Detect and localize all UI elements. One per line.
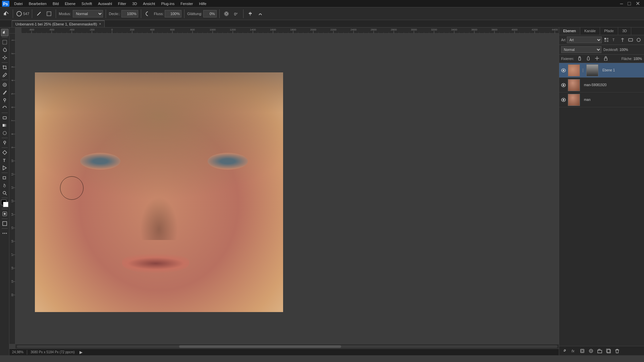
menu-datei[interactable]: Datei: [11, 1, 25, 6]
brush-type-btn[interactable]: [35, 10, 43, 18]
menu-fenster[interactable]: Fenster: [178, 1, 196, 6]
link-layers-btn[interactable]: [561, 347, 569, 355]
status-arrow[interactable]: ▶: [79, 350, 83, 355]
menu-auswahl[interactable]: Auswahl: [95, 1, 115, 6]
history-brush-tool[interactable]: [1, 104, 8, 112]
zoom-tool[interactable]: [1, 189, 8, 197]
brush-tool[interactable]: [1, 89, 8, 96]
eraser-tool[interactable]: [1, 114, 8, 121]
menu-ansicht[interactable]: Ansicht: [140, 1, 158, 6]
add-adjustment-btn[interactable]: [587, 347, 595, 355]
glattung-input[interactable]: [203, 10, 217, 17]
opacity-value: 100%: [620, 48, 628, 52]
eyedropper-tool[interactable]: [1, 71, 8, 79]
rectangular-select-tool[interactable]: [1, 39, 8, 46]
menu-bearbeiten[interactable]: Bearbeiten: [26, 1, 49, 6]
layer-item-man59[interactable]: man-59081920: [559, 78, 644, 93]
pressure-btn[interactable]: [256, 10, 264, 18]
tab-kanale[interactable]: Kanäle: [580, 27, 600, 35]
canvas-container[interactable]: [21, 34, 559, 344]
magic-wand-tool[interactable]: [1, 54, 8, 61]
fluss-input[interactable]: [165, 10, 181, 17]
layer-item-man[interactable]: man: [559, 93, 644, 107]
layer-item-ebene1[interactable]: Ebene 1: [559, 63, 644, 78]
airbrush-btn[interactable]: [144, 10, 152, 18]
filter-dropdown[interactable]: Art: [567, 37, 602, 43]
lock-position-btn[interactable]: [594, 56, 600, 62]
layer-vis-ebene1[interactable]: [560, 67, 567, 73]
layer-vis-man[interactable]: [560, 97, 567, 103]
filter-adjust-btn[interactable]: T: [611, 37, 618, 43]
filter-type-btn[interactable]: [619, 37, 626, 43]
move-tool-btn[interactable]: [2, 10, 10, 18]
layers-panel: Art Art T: [559, 35, 644, 355]
menu-filter[interactable]: Filter: [115, 1, 129, 6]
svg-text:3: 3: [11, 66, 14, 68]
svg-text:3000: 3000: [411, 28, 417, 31]
hscrollbar[interactable]: [15, 344, 559, 349]
svg-text:4200: 4200: [532, 28, 538, 31]
pen-tool[interactable]: [1, 149, 8, 156]
minimize-btn[interactable]: –: [618, 1, 625, 7]
brush-preset-btn[interactable]: [45, 10, 53, 18]
svg-text:1400: 1400: [250, 28, 256, 31]
menu-schrift[interactable]: Schrift: [79, 1, 95, 6]
symmetry-btn[interactable]: [246, 10, 254, 18]
layer-vis-man59[interactable]: [560, 82, 567, 88]
tab-ebenen[interactable]: Ebenen: [559, 27, 580, 35]
dodge-tool[interactable]: [1, 139, 8, 146]
move-tool[interactable]: [1, 29, 8, 36]
tab-title: Unbenannt-1 bei 25% (Ebene 1, Ebenenmask…: [15, 22, 97, 26]
spot-healing-tool[interactable]: [1, 81, 8, 88]
angle-btn[interactable]: 0°: [232, 10, 240, 18]
svg-rect-22: [3, 117, 6, 119]
screen-mode-tool[interactable]: [1, 220, 8, 227]
tab-pfade[interactable]: Pfade: [600, 27, 618, 35]
menu-hilfe[interactable]: Hilfe: [196, 1, 209, 6]
delete-layer-btn[interactable]: [613, 347, 621, 355]
crop-tool[interactable]: [1, 64, 8, 71]
menu-3d[interactable]: 3D: [129, 1, 140, 6]
filter-shape-btn[interactable]: [627, 37, 634, 43]
clone-stamp-tool[interactable]: [1, 97, 8, 104]
menu-plugins[interactable]: Plug-ins: [158, 1, 177, 6]
path-selection-tool[interactable]: [1, 164, 8, 172]
canvas-area: -800-600-400-200020040060080010001200140…: [9, 27, 559, 355]
document-tab[interactable]: Unbenannt-1 bei 25% (Ebene 1, Ebenenmask…: [12, 20, 105, 27]
deckraft-input[interactable]: 100%: [121, 10, 138, 17]
maximize-btn[interactable]: □: [626, 1, 633, 7]
lock-pixels-btn[interactable]: [585, 56, 591, 62]
quick-mask-tool[interactable]: [1, 210, 8, 218]
extra-tools-btn[interactable]: [1, 230, 8, 237]
shape-tool[interactable]: [1, 174, 8, 181]
svg-text:-800: -800: [29, 28, 35, 31]
hand-tool[interactable]: [1, 182, 8, 189]
modus-dropdown[interactable]: Normal: [73, 10, 103, 17]
toolbar-sep-4: [106, 9, 106, 18]
scrollbar-track-h[interactable]: [17, 345, 557, 348]
filter-kind-btn[interactable]: [603, 37, 610, 43]
canvas[interactable]: [35, 72, 283, 312]
tab-3d[interactable]: 3D: [618, 27, 631, 35]
add-mask-btn[interactable]: [579, 347, 586, 355]
tab-close-btn[interactable]: ×: [99, 22, 101, 26]
blur-tool[interactable]: [1, 129, 8, 137]
add-effect-btn[interactable]: fx: [570, 347, 577, 355]
settings-btn[interactable]: [222, 10, 230, 18]
svg-point-16: [3, 76, 4, 77]
menu-bild[interactable]: Bild: [50, 1, 61, 6]
menu-ebene[interactable]: Ebene: [62, 1, 78, 6]
blend-mode-dropdown[interactable]: Normal: [561, 46, 601, 53]
scrollbar-thumb-h[interactable]: [179, 345, 341, 348]
filter-smart-btn[interactable]: [635, 37, 642, 43]
type-tool[interactable]: T: [1, 157, 8, 164]
lock-all-btn[interactable]: [603, 56, 609, 62]
svg-text:3200: 3200: [431, 28, 437, 31]
lasso-tool[interactable]: [1, 46, 8, 54]
lock-transparent-btn[interactable]: [577, 56, 583, 62]
new-group-btn[interactable]: [596, 347, 603, 355]
close-btn[interactable]: ✕: [634, 0, 642, 7]
gradient-tool[interactable]: [1, 122, 8, 129]
new-layer-btn[interactable]: [605, 347, 612, 355]
color-swatch[interactable]: [1, 200, 8, 207]
